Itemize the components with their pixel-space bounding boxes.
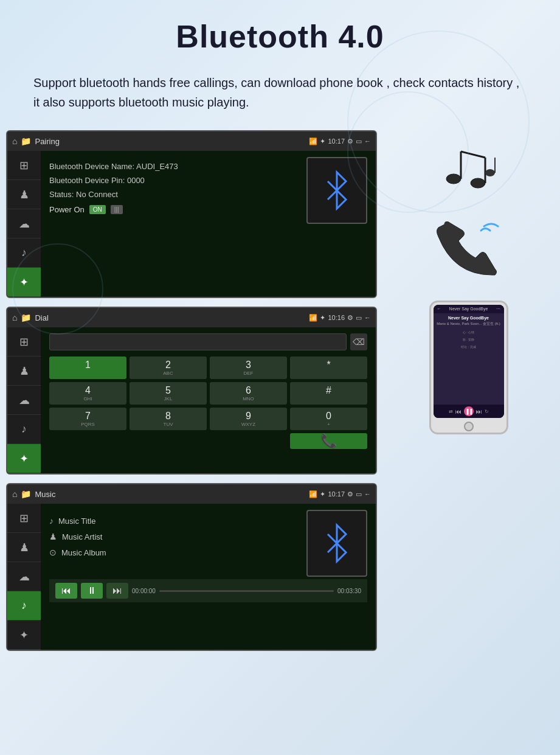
sidebar-dial-grid[interactable]: ⊞ xyxy=(7,327,41,357)
folder-icon-music: 📁 xyxy=(21,489,31,499)
pin-label: Bluetooth Device Pin: xyxy=(49,176,125,185)
status-bar-dial: 📶 ✦ 10:16 ⚙ ▭ ← xyxy=(309,314,371,322)
svg-marker-1 xyxy=(328,525,346,562)
toggle-off[interactable]: ||| xyxy=(111,205,123,214)
screen-title-pairing: Pairing xyxy=(35,137,305,146)
sp-play[interactable]: ▐▐ xyxy=(464,406,474,416)
sp-menu: ⋯ xyxy=(496,307,500,311)
key-9[interactable]: 9WXYZ xyxy=(210,408,287,430)
sp-song-title: Never Say GoodBye xyxy=(436,316,502,320)
dial-input-row: ⌫ xyxy=(49,333,367,350)
sidebar-music-bt[interactable]: ✦ xyxy=(7,621,41,650)
device-name-row: Bluetooth Device Name: AUDI_E473 xyxy=(49,162,300,171)
battery-icon-music: ▭ xyxy=(356,490,362,498)
dial-content: ⌫ 1 2ABC 3DEF * 4GHI 5JKL 6MNO # 7PQRS 8… xyxy=(41,327,376,473)
sp-repeat[interactable]: ↻ xyxy=(485,409,489,414)
home-button[interactable] xyxy=(464,422,474,431)
settings-icon-music: ⚙ xyxy=(347,490,353,498)
music-artist-label: Music Artist xyxy=(62,532,102,541)
pairing-details: Bluetooth Device Name: AUDI_E473 Bluetoo… xyxy=(49,157,300,224)
smartphone-home xyxy=(431,420,506,433)
sidebar-music-contact[interactable]: ♟ xyxy=(7,533,41,562)
screens-column: ⌂ 📁 Pairing 📶 ✦ 10:17 ⚙ ▭ ← ⊞ ♟ ☁ xyxy=(6,130,377,651)
sidebar-music-note[interactable]: ♪ xyxy=(7,591,41,621)
device-name-value: AUDI_E473 xyxy=(136,162,178,171)
artist-icon: ♟ xyxy=(49,532,57,541)
toggle-on[interactable]: ON xyxy=(89,205,106,214)
sidebar-dial-bt[interactable]: ✦ xyxy=(7,444,41,473)
call-button[interactable]: 📞 xyxy=(290,433,367,449)
key-5[interactable]: 5JKL xyxy=(130,382,207,405)
music-album-label: Music Album xyxy=(61,548,106,557)
sp-next[interactable]: ⏭ xyxy=(476,408,482,415)
sp-prev[interactable]: ⏮ xyxy=(455,408,461,415)
sidebar-item-contact[interactable]: ♟ xyxy=(7,180,41,209)
home-icon: ⌂ xyxy=(12,136,17,146)
screen-header-music: ⌂ 📁 Music 📶 ✦ 10:17 ⚙ ▭ ← xyxy=(7,484,376,504)
svg-marker-0 xyxy=(328,172,346,209)
music-album-row: ⊙ Music Album xyxy=(49,548,300,557)
key-star[interactable]: * xyxy=(290,357,367,379)
key-hash[interactable]: # xyxy=(290,382,367,405)
power-row: Power On ON ||| xyxy=(49,205,300,214)
home-icon-music: ⌂ xyxy=(12,489,17,499)
music-note-icon: ♪ xyxy=(49,516,54,526)
sidebar-dial-music[interactable]: ♪ xyxy=(7,415,41,444)
sp-shuffle[interactable]: ⇄ xyxy=(449,409,453,414)
next-button[interactable]: ⏭ xyxy=(106,583,128,599)
music-layout: ♪ Music Title ♟ Music Artist ⊙ Music Alb… xyxy=(49,510,367,577)
pin-row: Bluetooth Device Pin: 0000 xyxy=(49,176,300,185)
key-0[interactable]: 0+ xyxy=(290,408,367,430)
sidebar-dial: ⊞ ♟ ☁ ♪ ✦ xyxy=(7,327,41,473)
bt-icon-music: ✦ xyxy=(320,490,325,498)
key-4[interactable]: 4GHI xyxy=(49,382,126,405)
time-total: 00:03:30 xyxy=(337,588,361,594)
signal-icon-dial: 📶 xyxy=(309,314,317,322)
folder-icon: 📁 xyxy=(21,136,31,146)
backspace-button[interactable]: ⌫ xyxy=(350,333,367,350)
prev-button[interactable]: ⏮ xyxy=(55,583,77,599)
signal-icon: 📶 xyxy=(309,137,317,145)
progress-track[interactable] xyxy=(159,590,334,592)
time-display-music: 10:17 xyxy=(328,490,345,498)
key-3[interactable]: 3DEF xyxy=(210,357,287,379)
status-value: No Connect xyxy=(76,190,118,199)
sidebar-dial-phone[interactable]: ☁ xyxy=(7,386,41,415)
key-8[interactable]: 8TUV xyxy=(130,408,207,430)
back-icon-dial: ← xyxy=(364,314,371,321)
key-2[interactable]: 2ABC xyxy=(130,357,207,379)
bt-icon-dial: ✦ xyxy=(320,314,325,322)
sidebar-music-grid[interactable]: ⊞ xyxy=(7,504,41,533)
sp-lyrics-1: 心 : 心情 xyxy=(436,330,502,334)
sp-title: Never Say GoodBye xyxy=(449,307,488,311)
keypad: 1 2ABC 3DEF * 4GHI 5JKL 6MNO # 7PQRS 8TU… xyxy=(49,357,367,449)
pin-value: 0000 xyxy=(127,176,145,185)
sidebar-music: ⊞ ♟ ☁ ♪ ✦ xyxy=(7,504,41,650)
dial-number-input[interactable] xyxy=(49,333,347,350)
screen-body-dial: ⊞ ♟ ☁ ♪ ✦ ⌫ 1 2ABC 3DEF * xyxy=(7,327,376,473)
sidebar-item-phone[interactable]: ☁ xyxy=(7,209,41,238)
music-info: ♪ Music Title ♟ Music Artist ⊙ Music Alb… xyxy=(49,510,300,577)
music-content: ♪ Music Title ♟ Music Artist ⊙ Music Alb… xyxy=(41,504,376,650)
music-title-row: ♪ Music Title xyxy=(49,516,300,526)
time-display: 10:17 xyxy=(328,137,345,145)
screen-body-music: ⊞ ♟ ☁ ♪ ✦ ♪ Music Title ♟ xyxy=(7,504,376,650)
status-label: Status: xyxy=(49,190,74,199)
settings-icon-dial: ⚙ xyxy=(347,314,353,322)
home-icon-dial: ⌂ xyxy=(12,313,17,322)
screen-title-music: Music xyxy=(35,490,305,499)
key-6[interactable]: 6MNO xyxy=(210,382,287,405)
playpause-button[interactable]: ⏸ xyxy=(81,583,103,599)
key-7[interactable]: 7PQRS xyxy=(49,408,126,430)
power-label: Power On xyxy=(49,205,85,214)
sidebar-item-grid[interactable]: ⊞ xyxy=(7,151,41,180)
key-1[interactable]: 1 xyxy=(49,357,126,379)
sidebar-music-phone[interactable]: ☁ xyxy=(7,562,41,591)
music-bt-logo xyxy=(306,510,367,577)
time-current: 00:00:00 xyxy=(132,588,156,594)
progress-bar-wrap: 00:00:00 00:03:30 xyxy=(132,588,361,594)
phone-signal-decoration xyxy=(429,215,508,282)
sp-artist: Mario & Nesto, Park Soon... 金宝生 (ft.) xyxy=(436,321,502,327)
sidebar-dial-contact[interactable]: ♟ xyxy=(7,357,41,386)
smartphone-screen: ← Never Say GoodBye ⋯ Never Say GoodBye … xyxy=(434,305,504,418)
